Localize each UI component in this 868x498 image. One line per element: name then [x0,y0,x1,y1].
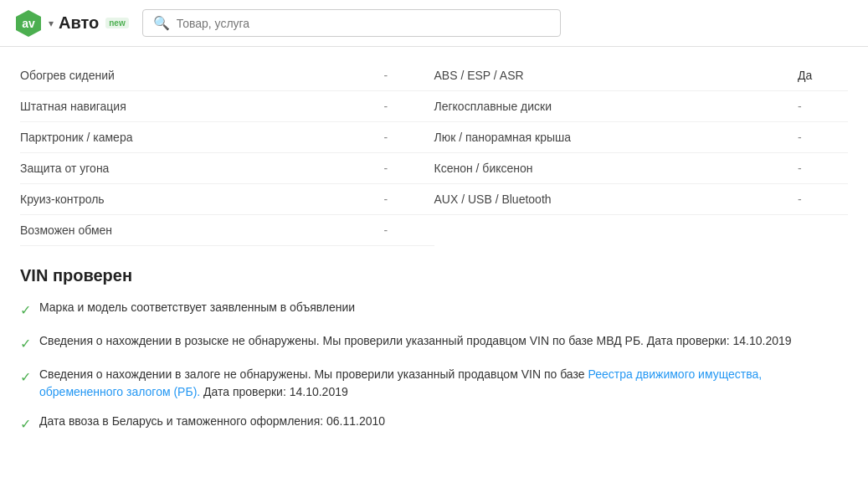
list-item: ✓ Сведения о нахождении в розыске не обн… [20,332,848,354]
logo-icon: av [13,8,44,39]
list-item: Люк / панорамная крыша - [434,122,849,153]
feature-value: - [384,100,434,113]
feature-value: - [384,223,434,237]
feature-label: ABS / ESP / ASR [434,69,799,82]
feature-value: - [384,162,434,175]
list-item: Штатная навигация - [20,91,434,122]
list-item: Ксенон / биксенон - [434,153,849,184]
list-item: ✓ Сведения о нахождении в залоге не обна… [20,366,848,401]
feature-value: - [384,69,434,82]
feature-label: Парктроник / камера [20,131,384,144]
search-input[interactable] [177,17,550,30]
feature-value: - [798,131,848,144]
new-badge: new [105,18,128,28]
logo-title: Авто [59,13,99,33]
feature-label: Легкосплавные диски [434,100,799,113]
feature-value: - [798,162,848,175]
vin-text: Сведения о нахождении в залоге не обнару… [39,366,848,401]
vin-text: Марка и модель соответствует заявленным … [39,299,355,316]
list-item: ✓ Дата ввоза в Беларусь и таможенного оф… [20,413,848,434]
feature-label: Обогрев сидений [20,69,384,82]
features-left-column: Обогрев сидений - Штатная навигация - Па… [20,60,434,246]
feature-label: Защита от угона [20,162,384,175]
features-table: Обогрев сидений - Штатная навигация - Па… [20,60,848,246]
search-container[interactable]: 🔍 [142,9,561,37]
main-content: Обогрев сидений - Штатная навигация - Па… [0,47,868,459]
feature-label: AUX / USB / Bluetooth [434,193,799,206]
list-item: ✓ Марка и модель соответствует заявленны… [20,299,848,321]
feature-label: Круиз-контроль [20,193,384,206]
list-item: Возможен обмен - [20,215,434,246]
search-icon: 🔍 [153,15,170,31]
list-item: AUX / USB / Bluetooth - [434,184,849,215]
vin-section: VIN проверен ✓ Марка и модель соответств… [20,266,848,434]
list-item: Парктроник / камера - [20,122,434,153]
check-icon: ✓ [20,414,31,434]
feature-value: Да [798,69,848,82]
feature-value: - [384,193,434,206]
feature-label: Люк / панорамная крыша [434,131,799,144]
list-item: Защита от угона - [20,153,434,184]
chevron-down-icon: ▾ [49,18,54,29]
vin-registry-link[interactable]: Реестра движимого имущества, обремененно… [39,367,762,398]
check-icon: ✓ [20,334,31,354]
check-icon: ✓ [20,300,31,321]
feature-value: - [384,131,434,144]
logo-dropdown[interactable]: ▾ [49,18,54,29]
list-item: Круиз-контроль - [20,184,434,215]
svg-text:av: av [22,17,35,30]
vin-title: VIN проверен [20,266,848,285]
list-item: ABS / ESP / ASR Да [434,60,849,91]
feature-label: Ксенон / биксенон [434,162,799,175]
feature-value: - [798,100,848,113]
feature-label: Возможен обмен [20,223,384,237]
logo-container: av ▾ Авто new [13,8,129,39]
features-right-column: ABS / ESP / ASR Да Легкосплавные диски -… [434,60,849,246]
list-item: Обогрев сидений - [20,60,434,91]
header: av ▾ Авто new 🔍 [0,0,868,47]
list-item: Легкосплавные диски - [434,91,849,122]
check-icon: ✓ [20,367,31,388]
vin-text: Дата ввоза в Беларусь и таможенного офор… [39,413,385,430]
feature-value: - [798,193,848,206]
vin-text: Сведения о нахождении в розыске не обнар… [39,332,792,350]
feature-label: Штатная навигация [20,100,384,113]
